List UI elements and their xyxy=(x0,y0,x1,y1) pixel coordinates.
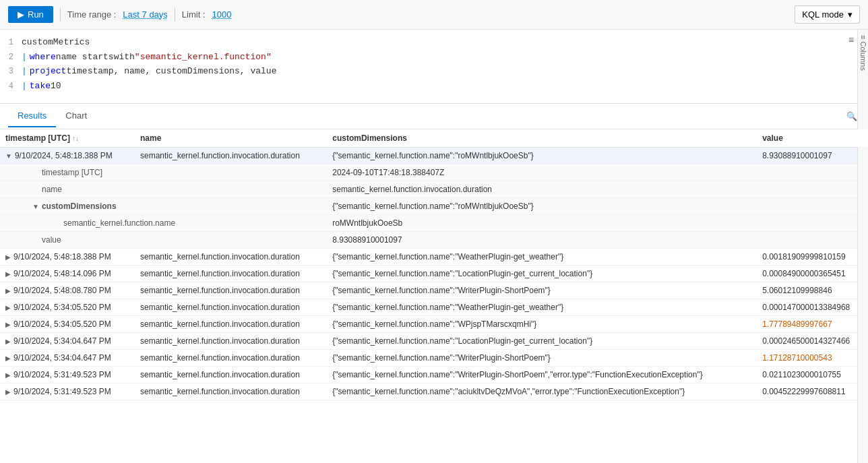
toolbar-divider xyxy=(60,8,61,22)
tab-chart[interactable]: Chart xyxy=(56,105,96,127)
run-play-icon: ▶ xyxy=(18,9,24,20)
expanded-row: value8.93088910001097 xyxy=(0,232,868,249)
tab-results[interactable]: Results xyxy=(8,105,56,127)
col-value[interactable]: value xyxy=(757,129,868,148)
limit-label: Limit : xyxy=(182,9,206,20)
expanded-row: ▼customDimensions{"semantic_kernel.funct… xyxy=(0,198,868,215)
limit-value[interactable]: 1000 xyxy=(212,9,232,20)
time-range-label: Time range : xyxy=(67,9,117,20)
result-tabs: Results Chart 🔍 xyxy=(0,104,868,129)
line-number: 3 xyxy=(0,65,22,78)
expand-btn[interactable]: ▶ xyxy=(5,354,11,362)
kql-mode-button[interactable]: KQL mode ▾ xyxy=(795,5,860,24)
pipe-symbol: | xyxy=(22,51,27,64)
sub-expand-btn[interactable]: ▼ xyxy=(32,203,39,210)
editor-line: 1customMetrics xyxy=(0,35,868,50)
pipe-symbol: | xyxy=(22,65,27,78)
toolbar-divider2 xyxy=(175,8,175,22)
table-row[interactable]: ▶9/10/2024, 5:31:49.523 PMsemantic_kerne… xyxy=(0,383,868,400)
sort-icon[interactable]: ↑↓ xyxy=(72,135,79,142)
col-name[interactable]: name xyxy=(135,129,327,148)
timestamp-col-label: timestamp [UTC] xyxy=(5,133,70,143)
results-table: timestamp [UTC] ↑↓ name customDimensions… xyxy=(0,129,868,400)
table-row[interactable]: ▶9/10/2024, 5:48:18.388 PMsemantic_kerne… xyxy=(0,249,868,266)
expand-btn[interactable]: ▶ xyxy=(5,304,11,311)
editor-line: 2| where name startswith "semantic_kerne… xyxy=(0,50,868,65)
kql-mode-label: KQL mode xyxy=(802,9,844,20)
expand-btn[interactable]: ▶ xyxy=(5,287,11,295)
expand-btn[interactable]: ▶ xyxy=(5,270,11,278)
table-header-row: timestamp [UTC] ↑↓ name customDimensions… xyxy=(0,129,868,148)
code-segment: timestamp, name, customDimensions, value xyxy=(66,65,276,78)
code-segment: 10 xyxy=(51,80,61,93)
table-row[interactable]: ▶9/10/2024, 5:34:05.520 PMsemantic_kerne… xyxy=(0,299,868,316)
pipe-symbol: | xyxy=(22,80,27,93)
expand-btn[interactable]: ▶ xyxy=(5,371,11,379)
expand-btn[interactable]: ▼ xyxy=(5,152,12,160)
table-row[interactable]: ▶9/10/2024, 5:34:04.647 PMsemantic_kerne… xyxy=(0,350,868,367)
run-button[interactable]: ▶ Run xyxy=(8,6,53,23)
right-panel: ≡ Columns xyxy=(857,30,868,400)
editor-settings-icon[interactable]: ≡ xyxy=(848,35,854,46)
query-editor[interactable]: 1customMetrics2| where name startswith "… xyxy=(0,30,868,104)
expand-btn[interactable]: ▶ xyxy=(5,388,11,396)
expand-btn[interactable]: ▶ xyxy=(5,253,11,261)
expanded-row: namesemantic_kernel.function.invocation.… xyxy=(0,181,868,198)
code-segment: take xyxy=(30,80,51,93)
table-row[interactable]: ▶9/10/2024, 5:34:04.647 PMsemantic_kerne… xyxy=(0,333,868,350)
code-segment: customMetrics xyxy=(22,36,90,49)
table-row[interactable]: ▶9/10/2024, 5:48:14.096 PMsemantic_kerne… xyxy=(0,266,868,282)
results-table-container: timestamp [UTC] ↑↓ name customDimensions… xyxy=(0,129,868,400)
code-segment: "semantic_kernel.function" xyxy=(135,51,272,64)
table-row[interactable]: ▶9/10/2024, 5:48:08.780 PMsemantic_kerne… xyxy=(0,282,868,299)
code-segment: name startswith xyxy=(56,51,135,64)
code-segment: where xyxy=(30,51,56,64)
line-number: 1 xyxy=(0,36,22,49)
expand-btn[interactable]: ▶ xyxy=(5,338,11,345)
chevron-down-icon: ▾ xyxy=(848,9,852,20)
expanded-row: timestamp [UTC]2024-09-10T17:48:18.38840… xyxy=(0,164,868,181)
col-customdimensions[interactable]: customDimensions xyxy=(327,129,757,148)
time-range-value[interactable]: Last 7 days xyxy=(123,9,168,20)
editor-line: 4| take 10 xyxy=(0,79,868,94)
table-row[interactable]: ▶9/10/2024, 5:34:05.520 PMsemantic_kerne… xyxy=(0,316,868,333)
columns-panel-icon[interactable]: ≡ Columns xyxy=(859,32,867,73)
table-row[interactable]: ▶9/10/2024, 5:31:49.523 PMsemantic_kerne… xyxy=(0,367,868,383)
editor-line: 3| project timestamp, name, customDimens… xyxy=(0,64,868,79)
run-label: Run xyxy=(28,9,44,20)
code-segment: project xyxy=(30,65,67,78)
toolbar: ▶ Run Time range : Last 7 days Limit : 1… xyxy=(0,0,868,30)
table-row[interactable]: ▼9/10/2024, 5:48:18.388 PMsemantic_kerne… xyxy=(0,148,868,164)
col-timestamp[interactable]: timestamp [UTC] ↑↓ xyxy=(0,129,135,148)
line-number: 4 xyxy=(0,80,22,92)
expand-btn[interactable]: ▶ xyxy=(5,321,11,328)
expanded-row: semantic_kernel.function.nameroMWntlbjuk… xyxy=(0,215,868,232)
line-number: 2 xyxy=(0,51,22,63)
